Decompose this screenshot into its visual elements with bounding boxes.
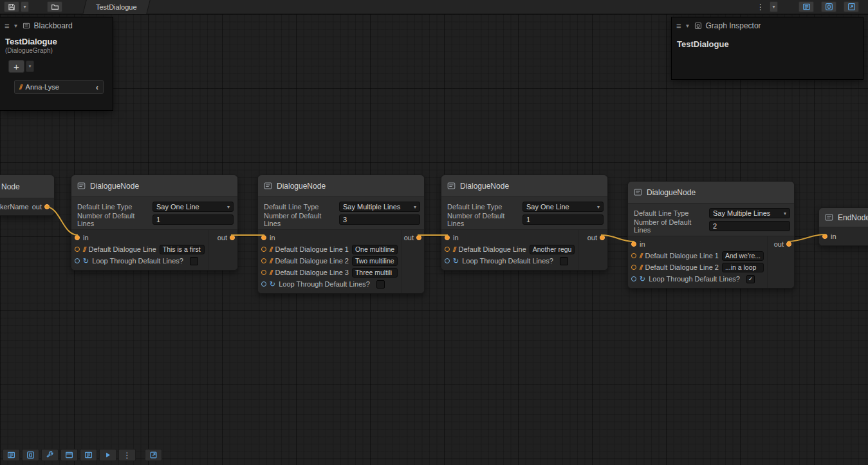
loop-port[interactable] bbox=[445, 258, 450, 263]
dialogue-node-3[interactable]: DialogueNode Default Line Type Say One L… bbox=[441, 175, 608, 270]
collapse-chevron-icon[interactable]: ‹ bbox=[96, 82, 98, 92]
dialogue-line-port[interactable] bbox=[445, 247, 450, 252]
line-type-dropdown[interactable]: Say Multiple Lines ▾ bbox=[709, 208, 790, 218]
loop-checkbox[interactable] bbox=[376, 280, 385, 289]
out-port[interactable] bbox=[230, 235, 235, 240]
line-type-dropdown[interactable]: Say One Line ▾ bbox=[522, 202, 604, 212]
dialogue-node-2[interactable]: DialogueNode Default Line Type Say Multi… bbox=[257, 175, 425, 294]
dialogue-line-field[interactable]: Three multili bbox=[352, 268, 398, 278]
tab-testdialogue[interactable]: TestDialogue bbox=[84, 0, 149, 14]
out-port[interactable] bbox=[44, 204, 50, 209]
line-type-value: Say One Line bbox=[156, 203, 199, 211]
loop-port[interactable] bbox=[261, 281, 266, 287]
in-port[interactable] bbox=[822, 234, 827, 239]
save-button[interactable] bbox=[4, 1, 19, 12]
dialogue-line-field[interactable]: And we're... bbox=[722, 251, 764, 261]
minimap-toggle-button[interactable] bbox=[844, 1, 859, 12]
blackboard-graph-name: TestDialogue bbox=[0, 34, 113, 46]
bottom-blackboard-button[interactable] bbox=[3, 449, 20, 461]
bottom-board-button[interactable] bbox=[80, 449, 97, 461]
dialogue-line-label: Default Dialogue Line 1 bbox=[645, 252, 719, 260]
bottom-play-button[interactable] bbox=[99, 449, 116, 461]
line-type-dropdown[interactable]: Say Multiple Lines ▾ bbox=[339, 202, 420, 212]
in-port[interactable] bbox=[75, 235, 80, 240]
node-title-bar[interactable]: DialogueNode bbox=[258, 175, 424, 197]
blackboard-toggle-button[interactable] bbox=[799, 1, 814, 12]
out-port-label: out bbox=[217, 234, 227, 242]
loop-port[interactable] bbox=[631, 276, 636, 281]
dialogue-line-port[interactable] bbox=[631, 253, 636, 258]
dialogue-node-4[interactable]: DialogueNode Default Line Type Say Multi… bbox=[627, 181, 795, 289]
add-property-button[interactable]: + bbox=[8, 60, 24, 73]
dialogue-line-port[interactable] bbox=[261, 258, 266, 263]
loop-checkbox[interactable]: ✓ bbox=[746, 275, 755, 283]
dialogue-line-port[interactable] bbox=[75, 247, 80, 252]
start-node[interactable]: Node kerName out bbox=[0, 175, 55, 216]
graph-inspector-header[interactable]: ≡ ▼ Graph Inspector bbox=[672, 17, 863, 34]
node-title-bar[interactable]: DialogueNode bbox=[628, 182, 794, 204]
dialogue-line-field[interactable]: Two multiline bbox=[352, 256, 398, 266]
loop-label: Loop Through Default Lines? bbox=[462, 257, 553, 265]
dialogue-line-field[interactable]: This is a first bbox=[160, 245, 205, 254]
dialogue-line-field[interactable]: ...in a loop bbox=[722, 263, 764, 272]
blackboard-icon bbox=[23, 22, 30, 30]
dialogue-node-icon bbox=[264, 182, 272, 190]
end-node[interactable]: EndNode in bbox=[818, 207, 868, 246]
bottom-inspector-button[interactable] bbox=[22, 449, 39, 461]
dialogue-line-port[interactable] bbox=[631, 265, 636, 270]
dialogue-line-field[interactable]: Another regu bbox=[530, 245, 575, 254]
dialogue-line-port[interactable] bbox=[261, 247, 266, 252]
window-icon bbox=[65, 451, 73, 459]
add-property-dropdown[interactable]: ▾ bbox=[26, 61, 34, 72]
overflow-dropdown-button[interactable]: ▾ bbox=[770, 1, 778, 12]
line-count-label: Number of Default Lines bbox=[634, 218, 709, 234]
line-count-field[interactable]: 3 bbox=[339, 214, 420, 225]
loop-checkbox[interactable] bbox=[560, 257, 568, 265]
drag-handle-icon[interactable]: ≡ bbox=[676, 21, 681, 31]
line-type-dropdown[interactable]: Say One Line ▾ bbox=[152, 202, 234, 212]
node-title-bar[interactable]: DialogueNode bbox=[71, 175, 237, 197]
line-type-label: Default Line Type bbox=[77, 203, 152, 211]
dialogue-line-port[interactable] bbox=[261, 270, 266, 275]
out-port[interactable] bbox=[600, 235, 605, 240]
loop-port[interactable] bbox=[75, 258, 80, 263]
quote-icon: // bbox=[640, 252, 642, 260]
graph-canvas[interactable]: Node kerName out DialogueNode Default Li… bbox=[0, 14, 868, 465]
open-asset-button[interactable] bbox=[47, 1, 62, 12]
drag-handle-icon[interactable]: ≡ bbox=[5, 21, 10, 31]
in-port[interactable] bbox=[261, 235, 266, 240]
dialogue-node-1[interactable]: DialogueNode Default Line Type Say One L… bbox=[71, 175, 238, 270]
line-count-value: 1 bbox=[156, 216, 160, 223]
loop-checkbox[interactable] bbox=[190, 257, 198, 265]
in-port[interactable] bbox=[445, 235, 450, 240]
line-count-field[interactable]: 1 bbox=[522, 214, 604, 225]
open-external-button[interactable] bbox=[145, 449, 162, 461]
out-port[interactable] bbox=[416, 235, 421, 240]
foldout-icon[interactable]: ▼ bbox=[14, 23, 19, 29]
dialogue-node-icon bbox=[77, 182, 86, 190]
graph-inspector-title: Graph Inspector bbox=[706, 21, 761, 30]
bottom-overflow-button[interactable]: ⋮ bbox=[118, 449, 136, 461]
dialogue-line-field[interactable]: One multiline bbox=[352, 245, 398, 254]
line-count-field[interactable]: 2 bbox=[709, 221, 790, 231]
dialogue-line-value: Another regu bbox=[533, 245, 572, 253]
out-port[interactable] bbox=[786, 242, 791, 247]
save-dropdown-button[interactable]: ▾ bbox=[21, 1, 29, 12]
line-count-field[interactable]: 1 bbox=[152, 214, 234, 225]
blackboard-header[interactable]: ≡ ▼ Blackboard bbox=[0, 17, 113, 34]
bottom-settings-button[interactable] bbox=[41, 449, 59, 461]
node-title-bar[interactable]: Node bbox=[0, 175, 54, 198]
in-port[interactable] bbox=[631, 242, 636, 247]
tab-label: TestDialogue bbox=[96, 3, 137, 11]
quote-icon: // bbox=[19, 84, 22, 91]
node-title-bar[interactable]: EndNode bbox=[819, 208, 868, 227]
blackboard-field-anna-lyse[interactable]: // Anna-Lyse ‹ bbox=[14, 80, 104, 94]
in-port-label: in bbox=[83, 234, 89, 242]
overflow-menu-button[interactable]: ⋮ bbox=[753, 1, 768, 12]
bottom-window-button[interactable] bbox=[60, 449, 78, 461]
foldout-icon[interactable]: ▼ bbox=[685, 23, 690, 29]
inspector-toggle-button[interactable] bbox=[821, 1, 836, 12]
quote-icon: // bbox=[640, 264, 642, 271]
node-title-bar[interactable]: DialogueNode bbox=[441, 175, 607, 197]
frame-arrow-icon bbox=[847, 3, 856, 11]
